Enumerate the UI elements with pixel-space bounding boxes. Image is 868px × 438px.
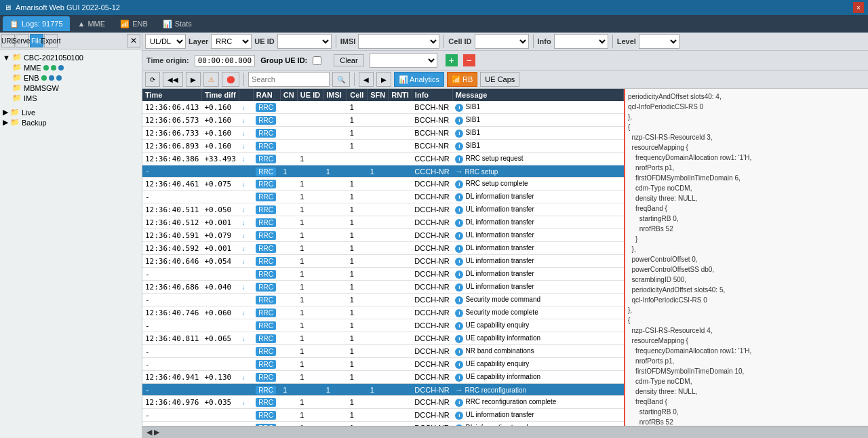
next-btn[interactable]: ▶ [376,72,391,87]
filter-btn[interactable]: 🔍 [332,72,350,87]
table-row[interactable]: 12:36:06.733+0.160↓RRC1BCCH-NRi SIB1 [142,127,624,140]
table-row[interactable]: 12:36:40.461+0.075↓RRC11DCCH-NRi RRC set… [142,178,624,191]
tree-item-enb[interactable]: 📁 ENB [12,73,139,83]
tab-logs[interactable]: 📋 Logs: 91775 [3,16,70,31]
mme-icon: ▲ [78,20,85,28]
code-line: periodicityAndOffset slots40: 5, [628,285,865,295]
table-row[interactable]: 12:36:40.591+0.079↓RRC11DCCH-NRi UL info… [142,229,624,242]
sep4 [612,35,613,48]
sidebar-toolbar: URL Server File Export ✕ [0,33,142,49]
sidebar: URL Server File Export ✕ ▼ 📁 CBC-2021050… [0,33,142,438]
tab-mme[interactable]: ▲ MME [71,16,113,31]
tree-section-backup[interactable]: ▶ 📁 Backup [3,117,139,127]
table-row[interactable]: -RRC111DCCH-NR→ RRC reconfiguration [142,384,624,396]
table-row[interactable]: 12:36:06.893+0.160↓RRC1BCCH-NRi SIB1 [142,140,624,153]
refresh-button[interactable]: ⟳ [145,72,160,87]
code-line: powerControlOffsetSS db0, [628,264,865,275]
table-row[interactable]: -RRC11DCCH-NRi NR band combinations [142,345,624,358]
prev2-btn[interactable]: ◀ [359,72,374,87]
tab-enb[interactable]: 📶 ENB [113,16,155,31]
main-content: UL/DL UL DL Layer RRC NAS PDCP UE ID IMS… [142,33,868,438]
info-label: Info [538,37,551,45]
table-row[interactable]: -RRC111CCCH-NR→ RRC setup [142,165,624,178]
table-row[interactable]: 12:36:40.811+0.065↓RRC11DCCH-NRi UE capa… [142,332,624,345]
table-sep1 [243,73,244,86]
folder-icon: 📁 [12,53,22,62]
table-row[interactable]: 12:36:40.746+0.060↓RRC11DCCH-NRi Securit… [142,306,624,319]
filter-toolbar: UL/DL UL DL Layer RRC NAS PDCP UE ID IMS… [142,33,868,51]
sidebar-tree: ▼ 📁 CBC-2021050100 📁 MME 📁 ENB [0,49,142,438]
table-row[interactable]: 12:36:06.573+0.160↓RRC1BCCH-NRi SIB1 [142,114,624,127]
level-select[interactable] [639,34,679,49]
app-icon: 🖥 [4,3,12,12]
info-select[interactable] [554,34,608,49]
table-row[interactable]: 12:36:40.941+0.130↓RRC11DCCH-NRi UE capa… [142,371,624,384]
table-row[interactable]: 12:36:40.686+0.040↓RRC11DCCH-NRi UL info… [142,281,624,294]
code-line: }, [628,305,865,315]
table-row[interactable]: -RRC11DCCH-NRi UE capability enquiry [142,358,624,371]
table-row[interactable]: -RRC11DCCH-NRi UL information transfer [142,409,624,422]
enb-dot-1 [41,75,47,81]
time-origin-bar: Time origin: 00:00:00.000 Group UE ID: C… [142,51,868,71]
table-row[interactable]: 12:36:40.511+0.050↓RRC11DCCH-NRi UL info… [142,203,624,216]
tree-item-ims[interactable]: 📁 IMS [12,93,139,103]
cellid-select[interactable] [475,34,529,49]
table-row[interactable]: -RRC11DCCH-NRi DL information transfer [142,268,624,281]
col-dir [239,89,253,101]
table-row[interactable]: 12:36:40.976+0.035↓RRC11DCCH-NRi RRC rec… [142,396,624,409]
code-line: resourceMapping { [628,142,865,153]
info-button[interactable]: 🛑 [222,72,239,87]
table-row[interactable]: 12:36:40.646+0.054↓RRC11DCCH-NRi UL info… [142,255,624,268]
code-line: qcl-InfoPeriodicCSI-RS 0 [628,102,865,112]
warn-button[interactable]: ⚠ [203,72,219,87]
table-row[interactable]: -RRC11DCCH-NRi Security mode command [142,294,624,306]
tree-root[interactable]: ▼ 📁 CBC-2021050100 [3,52,139,62]
sidebar-btn-close[interactable]: ✕ [127,34,140,47]
search-input[interactable] [248,72,330,87]
code-line: firstOFDMSymbolInTimeDomain 10, [628,366,865,376]
table-row[interactable]: -RRC11DCCH-NRi UE capability enquiry [142,319,624,332]
col-ran: RAN [253,89,280,101]
code-line: nrofPorts p1, [628,356,865,366]
caps-button[interactable]: UE Caps [480,72,519,87]
analytics-button[interactable]: 📊 Analytics [394,72,444,87]
col-cell: Cell [347,89,368,101]
tree-item-mbmsgw[interactable]: 📁 MBMSGW [12,83,139,93]
group-ue-checkbox[interactable] [313,56,321,65]
layer-select[interactable]: RRC NAS PDCP [211,34,252,49]
code-line: density three: NULL, [628,386,865,397]
code-line: freqBand { [628,397,865,407]
rb-button[interactable]: 📶 RB [447,72,477,87]
cellid-label: Cell ID [448,37,471,45]
sidebar-btn-server[interactable]: Server [16,34,29,47]
code-line: cdm-Type noCDM, [628,183,865,193]
prev-button[interactable]: ◀◀ [163,72,183,87]
close-button[interactable]: × [853,2,864,13]
table-row[interactable]: 12:36:40.512+0.001↓RRC11DCCH-NRi DL info… [142,216,624,229]
remove-button[interactable]: − [463,54,475,66]
code-line: periodicityAndOffset slots40: 4, [628,92,865,102]
tree-item-mme[interactable]: 📁 MME [12,62,139,73]
clear-button[interactable]: Clear [334,54,363,66]
play-button[interactable]: ▶ [186,72,201,87]
col-rnti: RNTI [389,89,412,101]
tab-stats[interactable]: 📊 Stats [156,16,199,31]
clear-select[interactable] [370,53,437,68]
group-ue-label: Group UE ID: [260,56,307,64]
sep3 [533,35,534,48]
table-row[interactable]: 12:36:06.413+0.160↓RRC1BCCH-NRi SIB1 [142,101,624,114]
ueid-select[interactable] [277,34,332,49]
code-line: frequencyDomainAllocation row1: '1'H, [628,153,865,163]
table-row[interactable]: 12:36:40.386+33.493↓RRC1CCCH-NRi RRC set… [142,153,624,165]
mme-folder-icon: 📁 [12,63,22,72]
live-expand: ▶ [3,108,8,117]
mode-select[interactable]: UL/DL UL DL [145,34,186,49]
code-line: resourceMapping { [628,336,865,346]
table-row[interactable]: 12:36:40.592+0.001↓RRC11DCCH-NRi DL info… [142,242,624,255]
add-button[interactable]: + [446,54,458,66]
imsi-select[interactable] [358,34,439,49]
code-line: nzp-CSI-RS-ResourceId 4, [628,325,865,336]
tree-section-live[interactable]: ▶ 📁 Live [3,107,139,117]
table-row[interactable]: -RRC11DCCH-NRi DL information transfer [142,191,624,203]
sidebar-btn-export[interactable]: Export [44,34,58,47]
